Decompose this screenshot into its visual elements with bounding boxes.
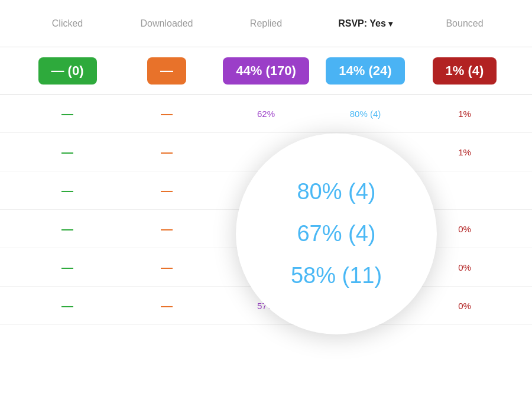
row3-downloaded: — — [117, 222, 216, 236]
clicked-badge[interactable]: — (0) — [38, 57, 97, 85]
row2-clicked: — — [18, 184, 117, 197]
summary-downloaded[interactable]: — — [117, 57, 216, 85]
summary-rsvp[interactable]: 14% (24) — [316, 57, 415, 85]
replied-badge[interactable]: 44% (170) — [223, 57, 309, 85]
data-rows: — — 62% 80% (4) 1% — — 1% — — 67% (4) — … — [0, 95, 532, 325]
row5-clicked: — — [18, 299, 117, 313]
row3-clicked: — — [18, 222, 117, 236]
row2-rsvp: 67% (4) — [316, 186, 415, 196]
table-row: — — 22% 58% (11) 0% — [0, 248, 532, 287]
row4-clicked: — — [18, 261, 117, 274]
row4-replied: 22% — [216, 262, 316, 272]
row5-bounced: 0% — [415, 301, 514, 311]
header-replied[interactable]: Replied — [216, 18, 316, 29]
row0-bounced: 1% — [415, 109, 514, 119]
bounced-badge[interactable]: 1% (4) — [433, 57, 497, 85]
downloaded-badge[interactable]: — — [147, 57, 186, 85]
row1-downloaded: — — [117, 145, 216, 159]
summary-clicked[interactable]: — (0) — [18, 57, 117, 85]
row0-rsvp: 80% (4) — [316, 109, 415, 119]
header-row: Clicked Downloaded Replied RSVP: Yes ▾ B… — [0, 0, 532, 47]
header-bounced[interactable]: Bounced — [415, 18, 514, 29]
row5-replied: 57% — [216, 301, 316, 311]
row0-downloaded: — — [117, 107, 216, 121]
summary-row: — (0) — 44% (170) 14% (24) 1% (4) — [0, 47, 532, 95]
chevron-down-icon: ▾ — [388, 19, 392, 28]
table-row: — — 62% 80% (4) 1% — [0, 95, 532, 133]
table-row: — — 1% — [0, 133, 532, 171]
row0-replied: 62% — [216, 109, 316, 119]
row4-rsvp: 58% (11) — [316, 262, 415, 272]
row5-downloaded: — — [117, 299, 216, 313]
row4-bounced: 0% — [415, 262, 514, 272]
table-row: — — 0% — [0, 210, 532, 248]
row2-downloaded: — — [117, 184, 216, 197]
row3-bounced: 0% — [415, 224, 514, 234]
row5-rsvp: 43% (4) — [316, 301, 415, 311]
header-rsvp[interactable]: RSVP: Yes ▾ — [316, 18, 415, 29]
summary-replied[interactable]: 44% (170) — [216, 57, 316, 85]
row0-clicked: — — [18, 107, 117, 121]
row4-downloaded: — — [117, 261, 216, 274]
table-row: — — 67% (4) — [0, 171, 532, 210]
table-row: — — 57% 43% (4) 0% — [0, 287, 532, 325]
header-clicked[interactable]: Clicked — [18, 18, 117, 29]
row1-bounced: 1% — [415, 147, 514, 157]
header-downloaded[interactable]: Downloaded — [117, 18, 216, 29]
summary-bounced[interactable]: 1% (4) — [415, 57, 514, 85]
rsvp-badge[interactable]: 14% (24) — [326, 57, 404, 85]
row1-clicked: — — [18, 145, 117, 159]
